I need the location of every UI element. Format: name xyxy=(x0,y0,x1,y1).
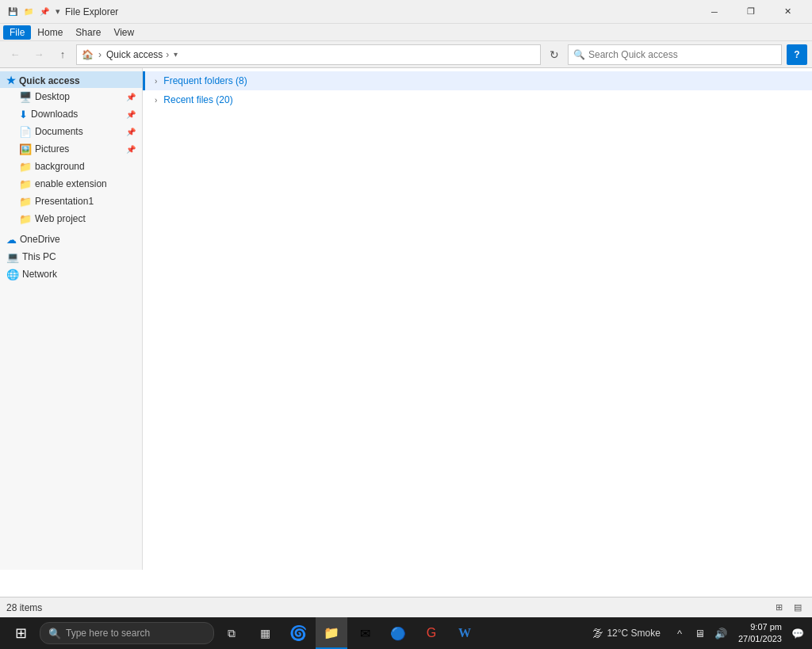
search-icon: 🔍 xyxy=(573,49,585,60)
weather-widget[interactable]: 🌫 12°C Smoke xyxy=(588,627,665,639)
sidebar-item-background[interactable]: 📁 background xyxy=(0,158,142,175)
path-dropdown-icon[interactable]: ▾ xyxy=(174,50,178,59)
sidebar-item-desktop[interactable]: 🖥️ Desktop 📌 xyxy=(0,88,142,105)
sidebar-item-web-project[interactable]: 📁 Web project xyxy=(0,210,142,227)
minimize-button[interactable]: ─ xyxy=(696,0,733,24)
star-icon: ★ xyxy=(6,74,16,86)
chevron-recent-icon: › xyxy=(155,96,157,105)
help-button[interactable]: ? xyxy=(787,44,807,65)
title-bar: 💾 📁 📌 ▾ File Explorer ─ ❐ ✕ xyxy=(0,0,812,24)
status-bar: 28 items ⊞ ▤ xyxy=(0,597,812,617)
sidebar-downloads-label: Downloads xyxy=(31,109,78,120)
notification-button[interactable]: 💬 xyxy=(787,617,809,649)
mail-icon: ✉ xyxy=(360,626,370,641)
sidebar-thispc-label: This PC xyxy=(22,251,56,262)
downloads-icon: ⬇ xyxy=(19,109,28,120)
taskbar: ⊞ 🔍 Type here to search ⧉ ▦ 🌀 📁 ✉ 🔵 G W … xyxy=(0,617,812,649)
task-view-button[interactable]: ⧉ xyxy=(216,617,247,649)
pin-icon-desktop: 📌 xyxy=(126,93,136,101)
word-button[interactable]: W xyxy=(449,617,481,649)
clock-time: 9:07 pm xyxy=(738,621,782,633)
widgets-button[interactable]: ▦ xyxy=(249,617,281,649)
refresh-button[interactable]: ↻ xyxy=(544,44,565,65)
content-row-frequent-folders[interactable]: › Frequent folders (8) xyxy=(143,71,812,90)
sidebar-item-downloads[interactable]: ⬇ Downloads 📌 xyxy=(0,105,142,123)
path-separator-1: › xyxy=(98,49,102,60)
notification-icon: 💬 xyxy=(791,628,804,639)
restore-button[interactable]: ❐ xyxy=(733,0,769,24)
sidebar-item-pictures[interactable]: 🖼️ Pictures 📌 xyxy=(0,140,142,158)
menu-share[interactable]: Share xyxy=(69,25,107,40)
edge-browser-button[interactable]: 🌀 xyxy=(282,617,314,649)
pin-icon-documents: 📌 xyxy=(126,128,136,136)
sidebar-item-enable-extension[interactable]: 📁 enable extension xyxy=(0,175,142,193)
menu-file[interactable]: File xyxy=(3,25,31,40)
sidebar-background-label: background xyxy=(35,161,85,172)
tray-expand-button[interactable]: ^ xyxy=(670,624,689,643)
presentation-folder-icon: 📁 xyxy=(19,196,32,208)
search-box[interactable]: 🔍 xyxy=(568,44,782,65)
ribbon: ← → ↑ 🏠 › Quick access › ▾ ↻ 🔍 ? xyxy=(0,41,812,68)
menu-home[interactable]: Home xyxy=(31,25,69,40)
frequent-folders-label: Frequent folders (8) xyxy=(163,75,247,86)
menu-view[interactable]: View xyxy=(107,25,140,40)
path-home-icon: 🏠 xyxy=(82,49,94,60)
folder-icon: 📁 xyxy=(22,6,35,18)
sidebar-item-documents[interactable]: 📄 Documents 📌 xyxy=(0,123,142,140)
large-icons-view-button[interactable]: ▤ xyxy=(790,600,806,616)
address-path[interactable]: 🏠 › Quick access › ▾ xyxy=(76,44,541,65)
taskbar-search-box[interactable]: 🔍 Type here to search xyxy=(40,622,214,644)
sidebar-presentation1-label: Presentation1 xyxy=(35,196,94,207)
google-button[interactable]: G xyxy=(416,617,447,649)
widgets-icon: ▦ xyxy=(260,627,270,639)
sidebar-item-thispc[interactable]: 💻 This PC xyxy=(0,248,142,265)
back-button[interactable]: ← xyxy=(5,44,25,65)
task-view-icon: ⧉ xyxy=(228,627,236,640)
desktop-icon: 🖥️ xyxy=(19,91,32,103)
sidebar-item-presentation1[interactable]: 📁 Presentation1 xyxy=(0,193,142,210)
path-separator-2: › xyxy=(166,49,169,60)
sidebar-quick-access[interactable]: ★ Quick access xyxy=(0,71,142,88)
tray-volume-icon[interactable]: 🔊 xyxy=(711,624,730,643)
sidebar-item-network[interactable]: 🌐 Network xyxy=(0,265,142,283)
documents-icon: 📄 xyxy=(19,126,32,138)
weather-icon: 🌫 xyxy=(592,627,603,639)
sidebar-documents-label: Documents xyxy=(35,126,83,137)
recent-files-label: Recent files (20) xyxy=(163,94,232,105)
sidebar-item-onedrive[interactable]: ☁ OneDrive xyxy=(0,231,142,248)
file-explorer-taskbar-button[interactable]: 📁 xyxy=(316,617,347,649)
onedrive-icon: ☁ xyxy=(6,234,17,246)
chevron-frequent-icon: › xyxy=(155,77,157,86)
background-folder-icon: 📁 xyxy=(19,161,32,173)
sidebar-onedrive-label: OneDrive xyxy=(20,234,60,245)
file-explorer-taskbar-icon: 📁 xyxy=(324,625,339,640)
edge-icon: 🌀 xyxy=(289,624,307,642)
item-count: 28 items xyxy=(6,602,42,613)
details-view-button[interactable]: ⊞ xyxy=(771,600,787,616)
content-row-recent-files[interactable]: › Recent files (20) xyxy=(143,90,812,109)
enable-extension-folder-icon: 📁 xyxy=(19,178,32,190)
system-tray: ^ 🖥 🔊 xyxy=(667,624,733,643)
chrome-button[interactable]: 🔵 xyxy=(382,617,414,649)
chrome-icon: 🔵 xyxy=(390,626,406,641)
sidebar-web-project-label: Web project xyxy=(35,213,86,224)
system-clock[interactable]: 9:07 pm 27/01/2023 xyxy=(735,621,785,646)
content-pane: › Frequent folders (8) › Recent files (2… xyxy=(143,68,812,570)
quick-access-label: Quick access xyxy=(19,75,80,86)
up-button[interactable]: ↑ xyxy=(52,44,73,65)
taskbar-search-text: Type here to search xyxy=(66,628,150,639)
title-separator: ▾ xyxy=(56,6,60,17)
tray-pc-icon[interactable]: 🖥 xyxy=(691,624,710,643)
weather-text: 12°C Smoke xyxy=(607,628,661,639)
path-segment: Quick access xyxy=(106,49,163,60)
mail-button[interactable]: ✉ xyxy=(349,617,381,649)
search-input[interactable] xyxy=(588,49,776,60)
pin-icon-downloads: 📌 xyxy=(126,110,136,119)
forward-button[interactable]: → xyxy=(29,44,49,65)
close-button[interactable]: ✕ xyxy=(769,0,806,24)
title-bar-controls: ─ ❐ ✕ xyxy=(696,0,806,24)
quick-access-icon: 📌 xyxy=(38,6,51,18)
status-bar-right: ⊞ ▤ xyxy=(771,600,806,616)
start-button[interactable]: ⊞ xyxy=(3,617,38,649)
sidebar-enable-extension-label: enable extension xyxy=(35,178,107,189)
